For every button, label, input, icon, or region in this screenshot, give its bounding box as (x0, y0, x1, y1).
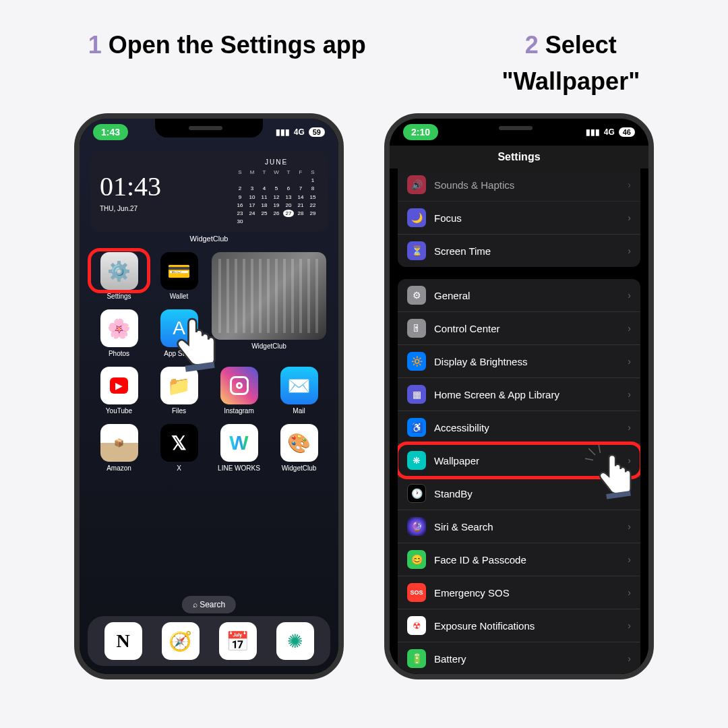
battery-level: 59 (309, 127, 325, 137)
app-widgetclub[interactable]: 🎨 WidgetClub (272, 424, 326, 472)
faceid-icon: 😊 (407, 550, 426, 569)
general-icon: ⚙ (407, 286, 426, 305)
focus-icon: 🌙 (407, 208, 426, 227)
photos-icon: 🌸 (100, 309, 138, 347)
row-exposure[interactable]: ☢ Exposure Notifications › (398, 609, 640, 642)
widget-photo[interactable]: WidgetClub (212, 252, 326, 357)
chevron-icon: › (628, 179, 631, 190)
row-sos[interactable]: SOS Emergency SOS › (398, 576, 640, 609)
dock-app-chatgpt[interactable]: ✺ (276, 622, 314, 660)
chevron-icon: › (628, 356, 631, 367)
instagram-icon (220, 367, 258, 404)
settings-icon: ⚙️ (100, 252, 138, 290)
dock-app-notion[interactable]: N (104, 622, 142, 660)
app-files[interactable]: 📁 Files (152, 367, 206, 415)
row-focus[interactable]: 🌙 Focus › (398, 202, 640, 235)
signal-icon: ▮▮▮ (276, 127, 290, 137)
app-mail[interactable]: ✉️ Mail (272, 367, 326, 415)
app-lineworks[interactable]: W LINE WORKS (212, 424, 266, 472)
exposure-icon: ☢ (407, 616, 426, 635)
widget-calendar: JUNE SMTWTFS1234567891011121314151617181… (235, 158, 318, 225)
youtube-icon: ▶ (100, 367, 138, 404)
chevron-icon: › (628, 488, 631, 499)
wallpaper-icon: ❋ (407, 451, 426, 470)
app-instagram[interactable]: Instagram (212, 367, 266, 415)
status-time: 2:10 (403, 124, 438, 140)
chevron-icon: › (628, 212, 631, 223)
chevron-icon: › (628, 455, 631, 466)
chevron-icon: › (628, 245, 631, 256)
notch (155, 119, 263, 138)
network-label: 4G (294, 127, 305, 137)
row-faceid[interactable]: 😊 Face ID & Passcode › (398, 543, 640, 576)
x-icon: 𝕏 (160, 424, 198, 462)
accessibility-icon: ♿ (407, 418, 426, 437)
amazon-icon: 📦 (100, 424, 138, 462)
battery-icon: 🔋 (407, 649, 426, 668)
files-icon: 📁 (160, 367, 198, 404)
chevron-icon: › (628, 620, 631, 631)
row-standby[interactable]: 🕐 StandBy › (398, 477, 640, 510)
sounds-icon: 🔊 (407, 175, 426, 194)
search-icon: ⌕ (193, 600, 198, 609)
dock: N 🧭 📅 ✺ (88, 616, 330, 666)
photo-widget-icon (212, 252, 326, 340)
chevron-icon: › (628, 521, 631, 532)
chevron-icon: › (628, 389, 631, 400)
app-amazon[interactable]: 📦 Amazon (92, 424, 146, 472)
chevron-icon: › (628, 323, 631, 334)
row-general[interactable]: ⚙ General › (398, 279, 640, 312)
network-label: 4G (604, 127, 615, 137)
phone-home-screen: 1:43 ▮▮▮ 4G 59 01:43 THU, Jun.27 JUNE SM… (74, 113, 344, 679)
lineworks-icon: W (220, 424, 258, 462)
row-accessibility[interactable]: ♿ Accessibility › (398, 411, 640, 444)
screentime-icon: ⏳ (407, 241, 426, 260)
app-photos[interactable]: 🌸 Photos (92, 309, 146, 357)
controlcenter-icon: 🎚 (407, 319, 426, 338)
battery-level: 46 (619, 127, 635, 137)
app-settings[interactable]: ⚙️ Settings (92, 252, 146, 300)
mail-icon: ✉️ (280, 367, 318, 404)
wallet-icon: 💳 (160, 252, 198, 290)
homescreen-icon: ▦ (407, 385, 426, 404)
display-icon: 🔆 (407, 352, 426, 371)
search-button[interactable]: ⌕ Search (182, 596, 236, 613)
row-sounds[interactable]: 🔊 Sounds & Haptics › (398, 169, 640, 202)
row-controlcenter[interactable]: 🎚 Control Center › (398, 312, 640, 345)
dock-app-calendar[interactable]: 📅 (219, 622, 257, 660)
standby-icon: 🕐 (407, 484, 426, 503)
dock-app-safari[interactable]: 🧭 (162, 622, 200, 660)
chevron-icon: › (628, 290, 631, 301)
settings-title: Settings (390, 146, 648, 169)
appstore-icon: A (160, 309, 198, 347)
row-homescreen[interactable]: ▦ Home Screen & App Library › (398, 378, 640, 411)
clock-calendar-widget[interactable]: 01:43 THU, Jun.27 JUNE SMTWTFS1234567891… (90, 151, 328, 232)
chevron-icon: › (628, 653, 631, 664)
chevron-icon: › (628, 422, 631, 433)
signal-icon: ▮▮▮ (586, 127, 600, 137)
chevron-icon: › (628, 554, 631, 565)
phone-settings-screen: 2:10 ▮▮▮ 4G 46 Settings 🔊 Sounds & Hapti… (384, 113, 654, 679)
row-display[interactable]: 🔆 Display & Brightness › (398, 345, 640, 378)
siri-icon: 🔮 (407, 517, 426, 536)
app-appstore[interactable]: A App Store (152, 309, 206, 357)
row-screentime[interactable]: ⏳ Screen Time › (398, 235, 640, 267)
row-battery[interactable]: 🔋 Battery › (398, 642, 640, 674)
app-youtube[interactable]: ▶ YouTube (92, 367, 146, 415)
app-x[interactable]: 𝕏 X (152, 424, 206, 472)
status-time: 1:43 (93, 124, 128, 140)
row-siri[interactable]: 🔮 Siri & Search › (398, 510, 640, 543)
widget-time: 01:43 (100, 171, 224, 202)
caption-step-2: 2 Select "Wallpaper" (502, 27, 640, 100)
widgetclub-icon: 🎨 (280, 424, 318, 462)
caption-step-1: 1 Open the Settings app (88, 27, 366, 100)
sos-icon: SOS (407, 583, 426, 602)
row-wallpaper[interactable]: ❋ Wallpaper › (398, 444, 640, 477)
widget-date: THU, Jun.27 (100, 205, 224, 212)
widget-label: WidgetClub (90, 235, 328, 243)
app-wallet[interactable]: 💳 Wallet (152, 252, 206, 300)
chevron-icon: › (628, 587, 631, 598)
notch (465, 119, 573, 138)
